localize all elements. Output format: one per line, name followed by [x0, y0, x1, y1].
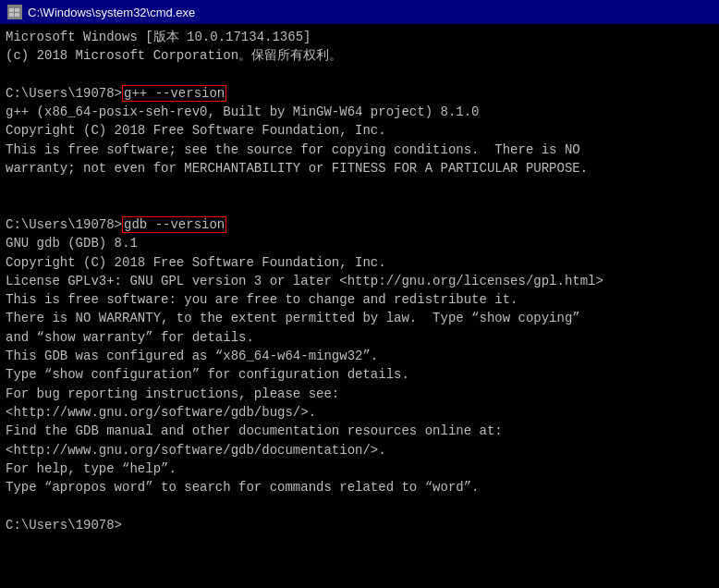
command-highlight: g++ --version	[122, 85, 226, 102]
svg-rect-1	[15, 8, 19, 12]
console-line: For bug reporting instructions, please s…	[6, 385, 713, 403]
console-prompt-line: C:\Users\19078>	[6, 516, 713, 534]
prompt: C:\Users\19078>	[6, 86, 122, 101]
console-command-line: C:\Users\19078>gdb --version	[6, 215, 713, 234]
blank-line	[6, 197, 713, 215]
command-highlight: gdb --version	[122, 216, 226, 233]
svg-rect-2	[9, 13, 14, 17]
console-line: This is free software: you are free to c…	[6, 290, 713, 309]
window-title: C:\Windows\system32\cmd.exe	[28, 6, 195, 19]
console-line: Find the GDB manual and other documentat…	[6, 422, 713, 440]
console-body: Microsoft Windows [版本 10.0.17134.1365](c…	[0, 24, 719, 588]
console-line: There is NO WARRANTY, to the extent perm…	[6, 309, 713, 327]
console-line: (c) 2018 Microsoft Corporation。保留所有权利。	[6, 46, 713, 65]
console-line: warranty; not even for MERCHANTABILITY o…	[6, 159, 713, 178]
console-line: g++ (x86_64-posix-seh-rev0, Built by Min…	[6, 103, 713, 121]
console-line: GNU gdb (GDB) 8.1	[6, 234, 713, 252]
console-line: Copyright (C) 2018 Free Software Foundat…	[6, 253, 713, 272]
console-line: Type “show configuration” for configurat…	[6, 365, 713, 384]
blank-line	[6, 496, 713, 515]
console-line: For help, type “help”.	[6, 459, 713, 478]
console-line: Copyright (C) 2018 Free Software Foundat…	[6, 121, 713, 140]
console-command-line: C:\Users\19078>g++ --version	[6, 84, 713, 103]
svg-rect-0	[9, 8, 14, 12]
blank-line	[6, 178, 713, 196]
svg-rect-3	[15, 13, 19, 17]
console-line: This GDB was configured as “x86_64-w64-m…	[6, 347, 713, 365]
console-line: <http://www.gnu.org/software/gdb/bugs/>.	[6, 403, 713, 422]
title-bar: C:\Windows\system32\cmd.exe	[0, 0, 719, 24]
prompt: C:\Users\19078>	[6, 217, 122, 232]
console-line: and “show warranty” for details.	[6, 328, 713, 347]
console-line: Microsoft Windows [版本 10.0.17134.1365]	[6, 28, 713, 46]
console-line: License GPLv3+: GNU GPL version 3 or lat…	[6, 272, 713, 290]
console-line: This is free software; see the source fo…	[6, 141, 713, 159]
blank-line	[6, 66, 713, 84]
console-line: Type “apropos word” to search for comman…	[6, 478, 713, 496]
console-line: <http://www.gnu.org/software/gdb/documen…	[6, 441, 713, 459]
window-icon	[7, 5, 22, 19]
